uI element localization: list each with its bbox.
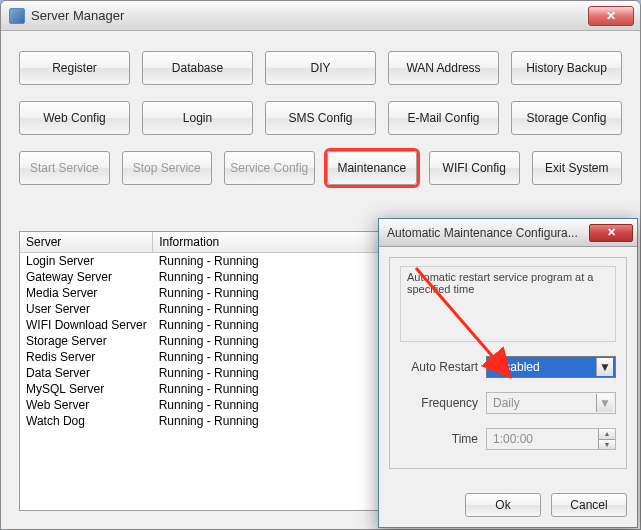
dialog-body: Automatic restart service program at a s… [379,247,637,527]
cell-server: Gateway Server [20,269,153,285]
frequency-value: Daily [493,396,520,410]
wan-address-button[interactable]: WAN Address [388,51,499,85]
col-server[interactable]: Server [20,232,153,253]
history-backup-button[interactable]: History Backup [511,51,622,85]
database-button[interactable]: Database [142,51,253,85]
frequency-label: Frequency [400,396,478,410]
dialog-close-button[interactable]: ✕ [589,224,633,242]
cell-server: Media Server [20,285,153,301]
toolbar-row-3: Start ServiceStop ServiceService ConfigM… [19,151,622,185]
cancel-button[interactable]: Cancel [551,493,627,517]
toolbar-row-2: Web ConfigLoginSMS ConfigE-Mail ConfigSt… [19,101,622,135]
dialog-description: Automatic restart service program at a s… [400,266,616,342]
cell-server: Web Server [20,397,153,413]
stop-service-button: Stop Service [122,151,213,185]
time-label: Time [400,432,478,446]
dialog-groupbox: Automatic restart service program at a s… [389,257,627,469]
cell-server: WIFI Download Server [20,317,153,333]
titlebar: Server Manager ✕ [1,1,640,31]
cell-server: User Server [20,301,153,317]
cell-server: Storage Server [20,333,153,349]
sms-config-button[interactable]: SMS Config [265,101,376,135]
cell-server: Login Server [20,253,153,270]
diy-button[interactable]: DIY [265,51,376,85]
wifi-config-button[interactable]: WIFI Config [429,151,520,185]
time-spinner[interactable]: 1:00:00 ▲ ▼ [486,428,616,450]
window-title: Server Manager [31,8,124,23]
cell-server: Redis Server [20,349,153,365]
register-button[interactable]: Register [19,51,130,85]
cell-server: Watch Dog [20,413,153,429]
auto-restart-value: Disabled [493,360,540,374]
ok-button[interactable]: Ok [465,493,541,517]
dialog-title: Automatic Maintenance Configura... [387,226,578,240]
spin-up-icon[interactable]: ▲ [598,429,615,440]
chevron-down-icon: ▼ [596,358,613,376]
window-close-button[interactable]: ✕ [588,6,634,26]
auto-restart-label: Auto Restart [400,360,478,374]
chevron-down-icon: ▼ [596,394,613,412]
login-button[interactable]: Login [142,101,253,135]
auto-restart-combo[interactable]: Disabled ▼ [486,356,616,378]
dialog-titlebar: Automatic Maintenance Configura... ✕ [379,219,637,247]
app-icon [9,8,25,24]
cell-server: Data Server [20,365,153,381]
exit-system-button[interactable]: Exit System [532,151,623,185]
toolbar-row-1: RegisterDatabaseDIYWAN AddressHistory Ba… [19,51,622,85]
service-config-button: Service Config [224,151,315,185]
spin-down-icon[interactable]: ▼ [598,440,615,450]
spin-control[interactable]: ▲ ▼ [598,429,615,449]
start-service-button: Start Service [19,151,110,185]
web-config-button[interactable]: Web Config [19,101,130,135]
time-value: 1:00:00 [493,432,533,446]
maintenance-dialog: Automatic Maintenance Configura... ✕ Aut… [378,218,638,528]
maintenance-button[interactable]: Maintenance [327,151,418,185]
e-mail-config-button[interactable]: E-Mail Config [388,101,499,135]
cell-server: MySQL Server [20,381,153,397]
frequency-combo[interactable]: Daily ▼ [486,392,616,414]
storage-config-button[interactable]: Storage Config [511,101,622,135]
